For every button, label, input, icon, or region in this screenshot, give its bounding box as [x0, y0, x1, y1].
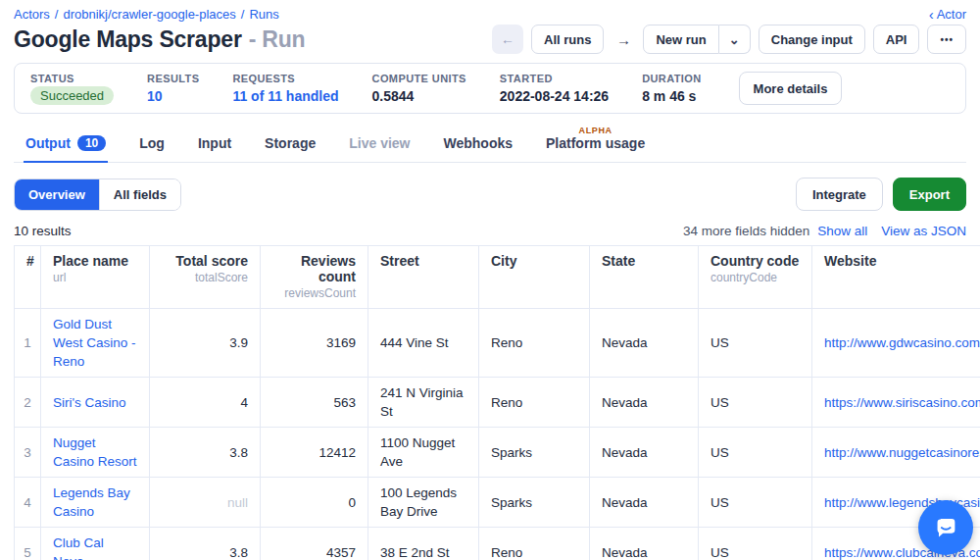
previous-run-button[interactable]: ← — [492, 25, 523, 54]
stat-value: 0.5844 — [372, 88, 466, 104]
stat-requests: REQUESTS11 of 11 handled — [232, 73, 338, 104]
total-score-value: 4 — [240, 395, 248, 410]
more-actions-button[interactable]: ••• — [927, 25, 966, 54]
ellipsis-icon: ••• — [940, 34, 954, 45]
tab-storage[interactable]: Storage — [263, 129, 318, 163]
place-name-link[interactable]: Club Cal Neva — [53, 535, 104, 560]
tab-input[interactable]: Input — [196, 129, 233, 163]
column-header-placename: Place nameurl — [41, 246, 150, 309]
reviews-count-cell: 0 — [261, 478, 368, 528]
new-run-dropdown-button[interactable]: ⌄ — [719, 25, 751, 54]
new-run-button[interactable]: New run — [643, 25, 718, 54]
overview-toggle[interactable]: Overview — [15, 179, 99, 210]
place-name-cell: Club Cal Neva — [41, 528, 150, 560]
column-field-name: reviewsCount — [272, 286, 356, 300]
row-number: 4 — [15, 478, 41, 528]
integrate-button[interactable]: Integrate — [796, 178, 883, 211]
column-label: Country code — [710, 253, 800, 269]
website-link[interactable]: http://www.nuggetcasinoresort.com — [824, 445, 980, 460]
row-number: 3 — [15, 428, 41, 478]
column-label: Place name — [53, 253, 137, 269]
reviews-count-cell: 3169 — [261, 309, 368, 378]
chevron-down-icon: ⌄ — [729, 32, 740, 47]
change-input-button[interactable]: Change input — [759, 25, 865, 54]
total-score-cell: 3.9 — [150, 309, 261, 378]
total-score-cell: 3.8 — [150, 428, 261, 478]
tab-output[interactable]: Output10 — [24, 129, 108, 163]
total-score-value: 3.8 — [229, 545, 248, 560]
column-label: Street — [380, 253, 466, 269]
place-name-link[interactable]: Gold Dust West Casino - Reno — [53, 317, 136, 369]
total-score-value: null — [227, 495, 248, 510]
total-score-cell: 3.8 — [150, 528, 261, 560]
city-cell: Reno — [479, 528, 590, 560]
total-score-value: 3.8 — [229, 445, 248, 460]
arrow-left-icon: ← — [501, 31, 514, 47]
table-row: 1Gold Dust West Casino - Reno3.93169444 … — [15, 309, 980, 378]
stat-label: REQUESTS — [232, 73, 338, 84]
row-number: 1 — [15, 309, 41, 378]
view-as-json-link[interactable]: View as JSON — [881, 224, 966, 238]
column-header-state: State — [590, 246, 699, 309]
show-all-link[interactable]: Show all — [817, 224, 867, 238]
street-cell: 100 Legends Bay Drive — [368, 478, 479, 528]
stat-value[interactable]: 11 of 11 handled — [232, 88, 338, 104]
tab-label: Webhooks — [444, 135, 514, 151]
reviews-count-cell: 563 — [261, 378, 368, 428]
run-page: Actors/drobnikj/crawler-google-places/Ru… — [0, 0, 980, 560]
column-header-website: Website — [812, 246, 980, 309]
stat-value: 2022-08-24 14:26 — [500, 88, 609, 104]
page-title: Google Maps Scraper- Run — [14, 26, 305, 53]
tab-count-badge: 10 — [77, 135, 106, 151]
breadcrumb-link[interactable]: Actors — [14, 7, 50, 22]
street-cell: 1100 Nugget Ave — [368, 428, 479, 478]
alpha-tag: ALPHA — [579, 126, 612, 135]
tab-log[interactable]: Log — [137, 129, 167, 163]
chat-widget-button[interactable] — [918, 500, 973, 555]
column-field-name: url — [53, 271, 137, 284]
results-info-row: 10 results 34 more fields hidden Show al… — [14, 224, 966, 238]
stat-started: STARTED2022-08-24 14:26 — [500, 73, 609, 104]
total-score-cell: null — [150, 478, 261, 528]
street-cell: 444 Vine St — [368, 309, 479, 378]
hidden-fields-info: 34 more fields hidden Show all View as J… — [683, 224, 966, 238]
column-header-city: City — [479, 246, 590, 309]
actor-title: Google Maps Scraper — [14, 26, 242, 52]
tab-webhooks[interactable]: Webhooks — [442, 129, 515, 163]
place-name-link[interactable]: Siri's Casino — [53, 395, 126, 410]
website-link[interactable]: https://www.siriscasino.com/ — [824, 395, 980, 410]
website-cell: http://www.nuggetcasinoresort.com — [812, 428, 980, 478]
place-name-cell: Gold Dust West Casino - Reno — [41, 309, 150, 378]
website-link[interactable]: http://www.gdwcasino.com/reno — [824, 335, 980, 350]
more-details-button[interactable]: More details — [739, 72, 843, 105]
column-label: # — [26, 253, 28, 269]
results-count: 10 results — [14, 224, 72, 238]
next-run-button[interactable]: → — [612, 25, 635, 54]
country-code-cell: US — [699, 528, 812, 560]
api-button[interactable]: API — [873, 25, 920, 54]
street-cell: 241 N Virginia St — [368, 378, 479, 428]
back-to-actor-label: Actor — [937, 7, 966, 22]
column-field-name: totalScore — [162, 271, 248, 284]
column-field-name: countryCode — [710, 271, 800, 284]
tab-live-view[interactable]: Live view — [347, 129, 412, 163]
tab-platform-usage[interactable]: ALPHAPlatform usage — [544, 126, 647, 163]
place-name-link[interactable]: Nugget Casino Resort — [53, 435, 137, 469]
breadcrumb-link[interactable]: Runs — [249, 7, 278, 22]
back-to-actor-link[interactable]: ‹Actor — [929, 7, 966, 22]
place-name-cell: Siri's Casino — [41, 378, 150, 428]
export-button[interactable]: Export — [893, 178, 966, 211]
stat-label: COMPUTE UNITS — [372, 73, 466, 84]
breadcrumb-link[interactable]: drobnikj/crawler-google-places — [63, 7, 235, 22]
tab-label: Log — [139, 135, 165, 151]
stat-value[interactable]: 10 — [147, 88, 199, 104]
total-score-value: 3.9 — [229, 335, 248, 350]
hidden-fields-text: 34 more fields hidden — [683, 224, 809, 238]
table-row: 4Legends Bay Casinonull0100 Legends Bay … — [15, 478, 980, 528]
table-row: 2Siri's Casino4563241 N Virginia StRenoN… — [15, 378, 980, 428]
reviews-count-cell: 4357 — [261, 528, 368, 560]
place-name-link[interactable]: Legends Bay Casino — [53, 485, 130, 519]
all-runs-button[interactable]: All runs — [531, 25, 604, 54]
all-fields-toggle[interactable]: All fields — [99, 179, 180, 210]
stat-value: Succeeded — [30, 84, 114, 105]
